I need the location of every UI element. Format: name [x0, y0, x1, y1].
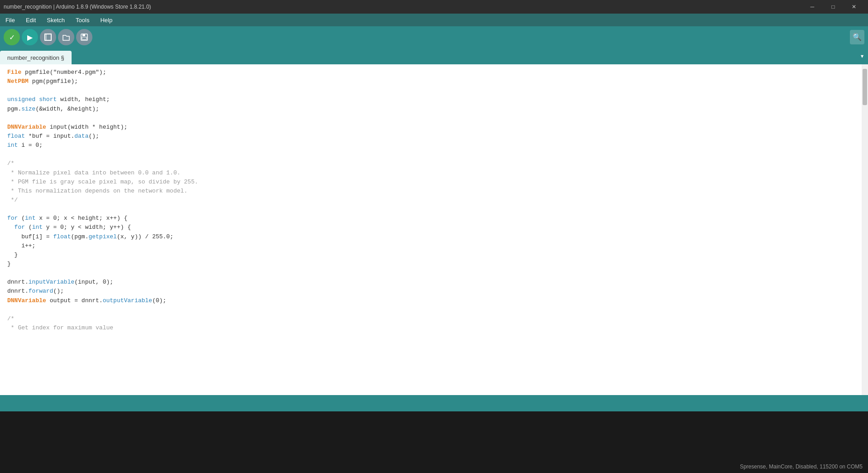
tab-dropdown[interactable]: ▾	[856, 48, 868, 64]
save-button[interactable]	[76, 29, 92, 45]
menu-bar: File Edit Sketch Tools Help	[0, 14, 868, 26]
menu-sketch[interactable]: Sketch	[45, 16, 67, 24]
window-controls: ─ □ ✕	[802, 0, 864, 14]
upload-button[interactable]: ▶	[22, 29, 38, 45]
tab-bar: number_recognition § ▾	[0, 48, 868, 64]
code-content: File pgmfile("number4.pgm"); NetPBM pgm(…	[7, 68, 854, 333]
minimize-button[interactable]: ─	[802, 0, 823, 14]
search-button[interactable]: 🔍	[850, 30, 864, 44]
code-area[interactable]: File pgmfile("number4.pgm"); NetPBM pgm(…	[0, 64, 862, 395]
console-area	[0, 411, 868, 460]
toolbar: ✓ ▶ 🔍	[0, 26, 868, 48]
verify-button[interactable]: ✓	[4, 29, 20, 45]
title-bar: number_recognition | Arduino 1.8.9 (Wind…	[0, 0, 868, 14]
status-text: Spresense, MainCore, Disabled, 115200 on…	[740, 463, 863, 470]
maximize-button[interactable]: □	[823, 0, 844, 14]
open-button[interactable]	[58, 29, 74, 45]
active-tab[interactable]: number_recognition §	[0, 51, 72, 64]
editor-container: File pgmfile("number4.pgm"); NetPBM pgm(…	[0, 64, 868, 395]
status-bar: Spresense, MainCore, Disabled, 115200 on…	[0, 460, 868, 473]
scrollbar[interactable]	[862, 64, 868, 395]
menu-tools[interactable]: Tools	[74, 16, 91, 24]
scrollbar-thumb[interactable]	[863, 69, 867, 105]
svg-rect-0	[45, 34, 51, 40]
menu-file[interactable]: File	[4, 16, 17, 24]
svg-rect-4	[82, 37, 87, 39]
svg-rect-3	[82, 34, 85, 36]
bottom-teal-bar	[0, 395, 868, 411]
menu-help[interactable]: Help	[98, 16, 114, 24]
title-text: number_recognition | Arduino 1.8.9 (Wind…	[4, 4, 151, 10]
new-button[interactable]	[40, 29, 56, 45]
close-button[interactable]: ✕	[844, 0, 864, 14]
menu-edit[interactable]: Edit	[24, 16, 38, 24]
tab-label: number_recognition §	[7, 54, 64, 61]
